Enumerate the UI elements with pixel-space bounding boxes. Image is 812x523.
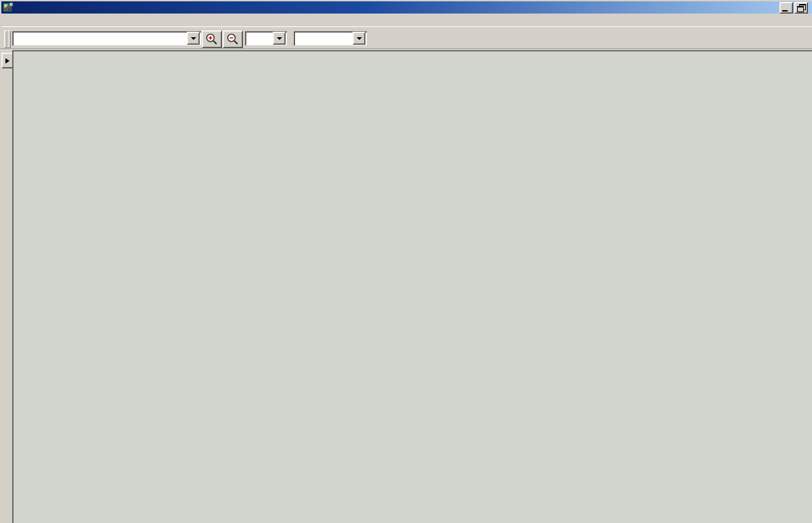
restore-button[interactable] (794, 2, 808, 14)
zoom-in-icon (205, 32, 219, 46)
toolbar (1, 26, 812, 49)
map-scale-combobox[interactable] (245, 31, 287, 45)
map-canvas[interactable] (14, 51, 812, 523)
minimize-icon (782, 10, 788, 12)
zoom-in-button[interactable] (202, 30, 222, 48)
mapsource-window: { "window": { "title": "Без названия - M… (0, 0, 812, 523)
product-combobox[interactable] (12, 31, 201, 45)
chevron-down-icon[interactable] (187, 32, 200, 45)
detail-level-combobox[interactable] (294, 31, 367, 45)
chevron-down-icon[interactable] (353, 32, 365, 45)
triangle-right-icon (5, 58, 9, 64)
title-bar[interactable] (1, 1, 812, 14)
menu-bar (1, 14, 812, 26)
zoom-out-icon (226, 32, 240, 46)
app-icon (3, 3, 13, 12)
toolbar-grip[interactable] (7, 30, 11, 48)
minimize-button[interactable] (780, 2, 793, 14)
map-frame (12, 50, 812, 523)
chevron-down-icon[interactable] (273, 32, 286, 45)
left-panel-strip (0, 50, 12, 523)
zoom-out-button[interactable] (223, 30, 243, 48)
